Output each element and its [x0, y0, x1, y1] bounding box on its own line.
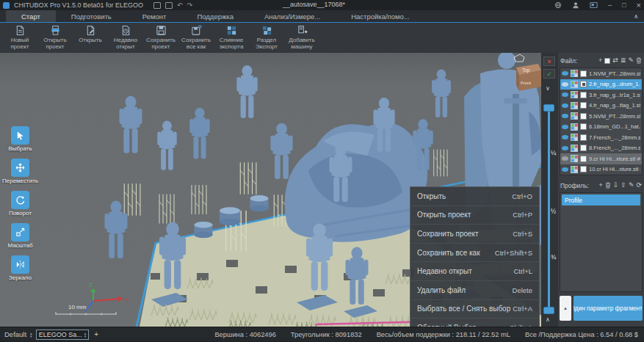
default-machine-label[interactable]: Default	[4, 330, 26, 338]
profile-row-selected[interactable]: Profile	[562, 194, 640, 205]
recent-files-button[interactable]: Недавно открыт	[109, 24, 142, 50]
open-project-button[interactable]: Открыть проект	[38, 24, 72, 50]
default-spinner-icon[interactable]: ▴▾	[30, 332, 32, 338]
machine-select[interactable]: ELEGOO Sa... ▴▾	[36, 330, 90, 340]
file-row-hidden[interactable]: 9.cr Hi Hi...xture.stl #0	[560, 153, 642, 164]
menu-item-select-all[interactable]: Выбрать все / Снять выборCtrl+A	[410, 300, 539, 319]
ribbon-collapse-icon[interactable]: ∧	[634, 13, 638, 20]
visibility-eye-icon[interactable]	[562, 92, 568, 97]
chevron-up-icon[interactable]: ∧	[546, 316, 550, 323]
delete-file-icon[interactable]	[636, 57, 642, 64]
select-tool[interactable]: Выбрать	[2, 126, 38, 152]
clip-slider-handle-bottom[interactable]	[543, 307, 554, 314]
machine-spinner-icon[interactable]: ▴▾	[84, 332, 87, 338]
file-row[interactable]: 7.French_..._28mm.stl #0	[560, 132, 642, 143]
file-row[interactable]: 1.NVM_PT...28mm.stl #0	[560, 68, 642, 79]
menu-item-save-project[interactable]: Сохранить проектCtrl+S	[410, 225, 539, 244]
menu-item-delete-file[interactable]: Удалить файлDelete	[410, 281, 539, 300]
clip-slider-track[interactable]	[548, 112, 550, 308]
save-project-button[interactable]: Сохранить проект	[144, 24, 178, 50]
menu-item-recent[interactable]: Недавно открытCtrl+L	[410, 262, 539, 281]
file-row[interactable]: 5.NVM_PT...28mm.stl #1	[560, 111, 642, 122]
cancel-clip-button[interactable]: ×	[543, 57, 555, 66]
export-profile-icon[interactable]: ⇧	[621, 182, 626, 189]
tab-prepare[interactable]: Подготовить	[56, 10, 127, 22]
sync-profile-icon[interactable]: ⟳	[636, 182, 642, 189]
list-mode-icon[interactable]: ≣	[621, 57, 626, 64]
sort-swap-icon[interactable]: ⇄	[612, 57, 618, 64]
close-button[interactable]: ×	[637, 1, 641, 10]
save-all-as-button[interactable]: Сохранить все как	[179, 24, 213, 50]
tab-repair[interactable]: Ремонт	[127, 10, 182, 22]
select-all-checkbox[interactable]	[604, 58, 610, 64]
menu-item-open-project[interactable]: Открыть проектCtrl+P	[410, 206, 539, 225]
new-project-button[interactable]: Новый проект	[3, 24, 37, 50]
menu-item-open[interactable]: ОткрытьCtrl+O	[410, 187, 539, 206]
split-export-button[interactable]: Раздел Экспорт	[250, 24, 283, 50]
delete-profile-icon[interactable]	[605, 182, 611, 189]
file-checkbox[interactable]	[580, 156, 587, 162]
merge-export-button[interactable]: Слияние экспорта	[214, 24, 248, 50]
undo-icon[interactable]: ↶	[177, 2, 183, 9]
file-checkbox[interactable]	[580, 102, 587, 109]
maximize-button[interactable]: □	[622, 1, 626, 9]
file-checkbox[interactable]	[580, 92, 587, 98]
file-row[interactable]: 4.fr_nap_g...flag_1.stl #0	[560, 101, 642, 112]
main-area: Top Front Z X 10 mm	[0, 53, 644, 327]
move-tool[interactable]: Переместить	[2, 159, 38, 184]
visibility-eye-icon[interactable]	[562, 103, 568, 108]
file-checkbox[interactable]	[580, 123, 587, 130]
file-row[interactable]: 6.18mm_GD...1_hat.stl #0	[560, 122, 642, 133]
quick-screenshot-icon[interactable]	[165, 2, 173, 9]
scale-tool[interactable]: Масштаб	[2, 223, 38, 249]
file-checkbox[interactable]	[580, 70, 587, 77]
fragment-parameter-button[interactable]: Один параметр фрагмента	[574, 296, 643, 321]
file-checkbox[interactable]	[580, 113, 587, 120]
file-checkbox[interactable]	[580, 166, 587, 172]
chevron-down-icon[interactable]: ∨	[546, 85, 550, 92]
mirror-icon	[11, 255, 29, 274]
mirror-tool[interactable]: Зеркало	[2, 255, 38, 281]
file-row[interactable]: 8.French_..._28mm.stl #1	[560, 143, 642, 154]
file-row[interactable]: 10.cr Hi Hi...xture.stl #1	[560, 164, 642, 175]
confirm-clip-button[interactable]: ✓	[543, 69, 555, 79]
file-checkbox[interactable]	[580, 134, 587, 141]
file-row[interactable]: 3.fr_nap_g...tr1a_1.stl #0	[560, 90, 642, 101]
rotate-tool[interactable]: Поворот	[2, 191, 38, 217]
collapse-panel-button[interactable]: ▴	[560, 296, 571, 321]
open-button[interactable]: Открыть	[73, 24, 107, 43]
tab-support[interactable]: Поддержка	[181, 10, 249, 22]
visibility-eye-icon[interactable]	[562, 82, 568, 87]
add-machine-tab-button[interactable]: +	[93, 330, 100, 338]
minimize-button[interactable]: –	[608, 1, 612, 9]
file-checkbox[interactable]	[580, 145, 587, 151]
add-machine-button[interactable]: Добавить машину	[285, 24, 319, 50]
visibility-eye-icon[interactable]	[562, 135, 568, 139]
menu-item-invert-selection[interactable]: Обратный ВыборShift+A	[410, 319, 539, 327]
import-profile-icon[interactable]: ⇩	[613, 182, 619, 189]
user-account-icon[interactable]	[572, 1, 579, 9]
visibility-eye-off-icon[interactable]	[562, 156, 568, 161]
menu-item-save-all-as[interactable]: Сохранить все какCtrl+Shift+S	[410, 244, 539, 263]
viewport-3d[interactable]: Top Front Z X 10 mm	[0, 53, 541, 327]
tab-analyze[interactable]: Анализ/Измере...	[249, 10, 336, 22]
file-row-selected[interactable]: 2.fr_nap_g...drum_1.stl #0	[560, 79, 642, 90]
clip-slider-handle-top[interactable]	[543, 104, 554, 112]
visibility-eye-icon[interactable]	[562, 114, 568, 118]
visibility-eye-icon[interactable]	[562, 71, 568, 76]
edit-profile-icon[interactable]: ✎	[629, 182, 634, 189]
visibility-eye-icon[interactable]	[562, 146, 568, 150]
redo-icon[interactable]: ↷	[187, 2, 193, 9]
profile-panel-header: Профиль: + ⇩ ⇧ ✎ ⟳	[560, 180, 643, 191]
add-file-icon[interactable]: +	[598, 57, 602, 64]
feedback-window-icon[interactable]	[590, 1, 598, 9]
tab-settings[interactable]: Настройка/помо...	[336, 10, 425, 22]
quick-doc-icon[interactable]	[153, 2, 161, 9]
rename-icon[interactable]: ✎	[628, 57, 634, 64]
visibility-eye-icon[interactable]	[562, 125, 568, 129]
tab-start[interactable]: Старт	[6, 10, 56, 22]
globe-icon[interactable]	[554, 1, 562, 9]
file-checkbox[interactable]	[580, 81, 587, 87]
visibility-eye-icon[interactable]	[562, 167, 568, 172]
add-profile-icon[interactable]: +	[599, 182, 603, 189]
